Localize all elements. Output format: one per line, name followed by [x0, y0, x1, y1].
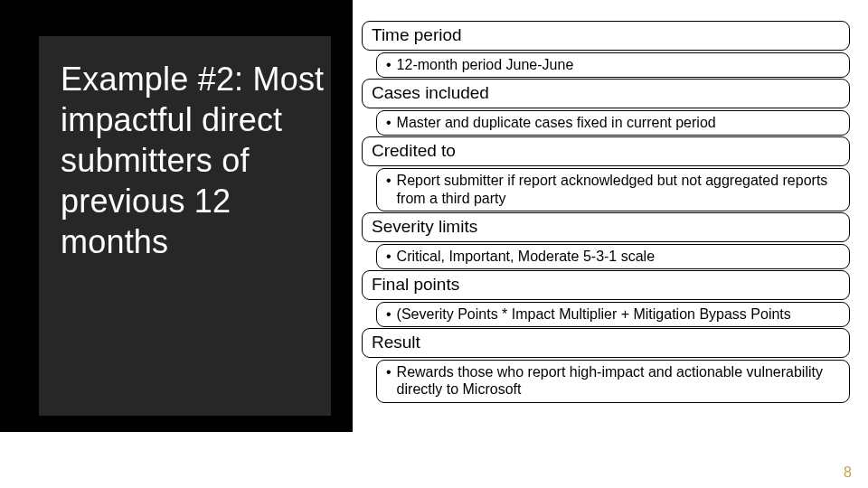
- section-header: Result: [362, 328, 850, 358]
- section-bullet: •(Severity Points * Impact Multiplier + …: [376, 302, 850, 327]
- bullet-text: 12-month period June-June: [397, 56, 574, 73]
- section-header: Severity limits: [362, 212, 850, 242]
- section-bullet: •Rewards those who report high-impact an…: [376, 360, 850, 402]
- content-area: Time period •12-month period June-June C…: [362, 20, 850, 403]
- bullet-text: (Severity Points * Impact Multiplier + M…: [397, 305, 791, 323]
- section-header: Cases included: [362, 79, 850, 108]
- section-bullet: •Master and duplicate cases fixed in cur…: [376, 110, 850, 136]
- section-header: Final points: [362, 270, 850, 300]
- section-header: Time period: [362, 21, 850, 51]
- section-bullet: •Report submitter if report acknowledged…: [376, 168, 850, 211]
- section-bullet: •Critical, Important, Moderate 5-3-1 sca…: [376, 244, 850, 269]
- bullet-text: Report submitter if report acknowledged …: [397, 172, 840, 206]
- bullet-text: Rewards those who report high-impact and…: [397, 363, 840, 398]
- bullet-text: Critical, Important, Moderate 5-3-1 scal…: [397, 248, 655, 265]
- bullet-text: Master and duplicate cases fixed in curr…: [397, 114, 716, 131]
- section-bullet: •12-month period June-June: [376, 52, 850, 78]
- page-number: 8: [844, 465, 852, 481]
- slide-title: Example #2: Most impactful direct submit…: [61, 59, 332, 262]
- section-header: Credited to: [362, 136, 850, 166]
